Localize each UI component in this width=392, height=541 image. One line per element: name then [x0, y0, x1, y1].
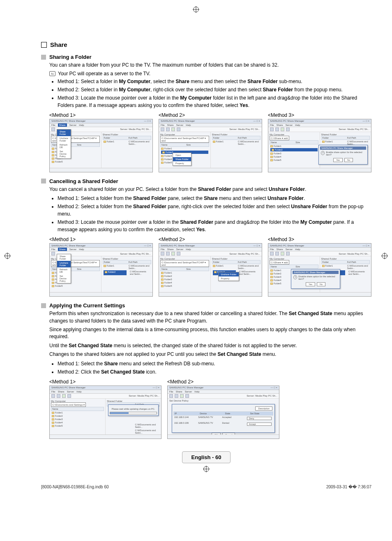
- screenshot-cancel-m3: SAMSUNG PC Share Manager— □ × FileShareS…: [268, 243, 371, 297]
- screenshot-cancel-m2: SAMSUNG PC Share Manager— □ × FileShareS…: [159, 243, 262, 297]
- section-title: Share: [41, 41, 371, 48]
- square-bullet-icon: [41, 55, 46, 60]
- section-title-text: Share: [50, 41, 67, 48]
- screenshot-apply-m2: SAMSUNG PC Share Manager— □ × FileShareS…: [167, 385, 279, 439]
- square-bullet-icon: [41, 303, 46, 308]
- sharing-heading: Sharing a Folder: [49, 54, 92, 60]
- screenshot-share-m2: SAMSUNG PC Share Manager— □ × FileShareS…: [159, 119, 262, 172]
- crop-mark-icon: [193, 6, 199, 13]
- cancel-m1-label: <Method 1>: [49, 237, 153, 242]
- screenshot-apply-m1: SAMSUNG PC Share Manager— □ × FileShareS…: [49, 385, 161, 439]
- apply-m1-label: <Method 1>: [49, 379, 161, 385]
- cancel-m3-label: <Method 3>: [268, 237, 371, 242]
- apply-p4: Changes to the shared folders are not ap…: [49, 351, 371, 358]
- screenshot-cancel-m1: SAMSUNG PC Share Manager— □ × FileShareS…: [49, 243, 153, 297]
- sharing-intro: You can share a folder from your PC to t…: [49, 62, 371, 69]
- subsection-heading: Applying the Current Settings: [41, 302, 371, 309]
- crop-mark-icon: [381, 253, 388, 259]
- subsection-heading: Sharing a Folder: [41, 54, 371, 60]
- crop-mark-icon: [203, 466, 210, 472]
- apply-m1: Method 1: Select the Share menu and sele…: [58, 360, 371, 367]
- method1-label: <Method 1>: [49, 112, 153, 118]
- apply-p3: Until the Set Changed State menu is sele…: [49, 342, 371, 349]
- sharing-note: Your PC will operate as a server to the …: [58, 70, 150, 77]
- apply-p2: Since applying changes to the internal d…: [49, 326, 371, 341]
- cancel-intro: You can cancel a shared folder on your P…: [49, 186, 371, 193]
- bullet-box-icon: [41, 42, 47, 48]
- page-number: English - 60: [182, 451, 231, 463]
- apply-p1: Perform this when synchronization is nec…: [49, 310, 371, 325]
- crop-mark-icon: [4, 253, 11, 259]
- screenshot-share-m1: SAMSUNG PC Share Manager— □ × FileShareS…: [49, 119, 153, 172]
- apply-m2-label: <Method 2>: [167, 379, 279, 385]
- sharing-m3: Method 3: Locate the mouse pointer over …: [58, 94, 371, 109]
- screenshot-share-m3: SAMSUNG PC Share Manager— □ × FileShareS…: [268, 119, 371, 172]
- sharing-m2: Method 2: Select a folder in My Computer…: [58, 86, 371, 93]
- method3-label: <Method 3>: [268, 112, 371, 118]
- apply-heading: Applying the Current Settings: [49, 302, 125, 309]
- note-icon: N: [49, 71, 55, 76]
- apply-m2: Method 2: Click the Set Changed State ic…: [58, 368, 371, 376]
- method2-label: <Method 2>: [159, 112, 262, 118]
- footer-filename: [8000-NA]BN68-01988E-Eng.indb 60: [41, 485, 109, 489]
- cancel-m2-label: <Method 2>: [159, 237, 262, 242]
- cancel-m3: Method 3: Locate the mouse pointer over …: [58, 218, 371, 233]
- square-bullet-icon: [41, 179, 46, 183]
- subsection-heading: Cancelling a Shared Folder: [41, 178, 371, 184]
- cancel-m2: Method 2: Select a folder from the Share…: [58, 203, 371, 218]
- cancel-m1: Method 1: Select a folder from the Share…: [58, 195, 371, 202]
- sharing-m1: Method 1: Select a folder in My Computer…: [58, 78, 371, 85]
- footer-timestamp: 2009-03-31 �� 7:36:07: [326, 485, 371, 489]
- cancel-heading: Cancelling a Shared Folder: [49, 178, 118, 184]
